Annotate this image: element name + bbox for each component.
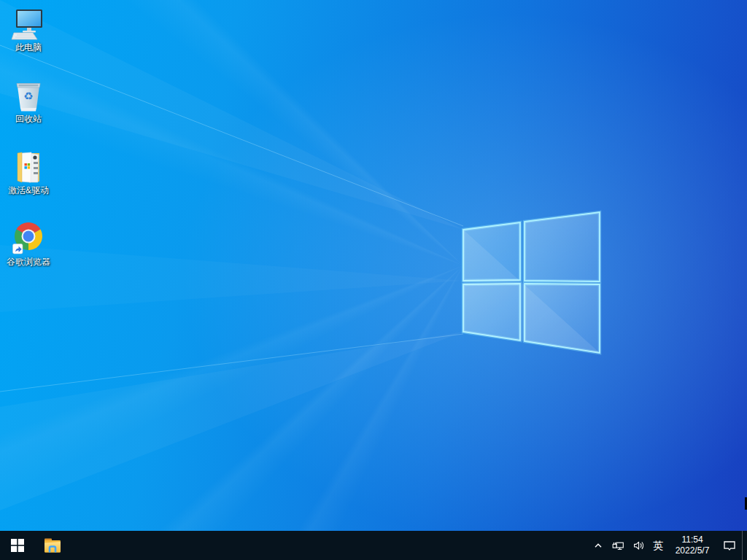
chrome-icon xyxy=(11,220,46,255)
wallpaper-rays xyxy=(0,0,463,510)
icon-label-google-chrome: 谷歌浏览器 xyxy=(0,257,57,267)
desktop-icon-activation-drivers[interactable]: 激活&驱动 xyxy=(0,149,57,195)
file-explorer-icon xyxy=(43,537,62,554)
system-tray: 英 11:54 2022/5/7 xyxy=(589,531,747,560)
shortcut-arrow-badge xyxy=(13,244,23,254)
network-status-button[interactable] xyxy=(608,531,628,560)
speaker-volume-icon xyxy=(632,540,645,552)
network-ethernet-icon xyxy=(612,540,624,552)
wallpaper-windows-logo xyxy=(0,0,747,531)
recycle-symbol: ♻ xyxy=(23,90,33,103)
folder-open-icon xyxy=(11,149,46,184)
taskbar: 英 11:54 2022/5/7 xyxy=(0,531,747,560)
show-desktop-button[interactable] xyxy=(743,531,747,560)
desktop-icon-this-pc[interactable]: 此电脑 xyxy=(0,6,57,52)
action-center-button[interactable] xyxy=(717,531,742,560)
windows-start-icon xyxy=(11,539,24,552)
desktop-background[interactable]: 此电脑 ♻ 回收站 xyxy=(0,0,747,531)
action-center-icon xyxy=(723,540,736,552)
icon-label-this-pc: 此电脑 xyxy=(0,42,57,52)
clock-time: 11:54 xyxy=(681,534,703,545)
file-explorer-button[interactable] xyxy=(35,531,70,560)
start-button[interactable] xyxy=(0,531,35,560)
this-pc-icon xyxy=(11,6,46,41)
desktop-icon-google-chrome[interactable]: 谷歌浏览器 xyxy=(0,220,57,267)
desktop-icon-recycle-bin[interactable]: ♻ 回收站 xyxy=(0,77,57,124)
chevron-up-icon xyxy=(592,540,604,551)
volume-button[interactable] xyxy=(628,531,649,560)
recycle-bin-icon: ♻ xyxy=(11,77,46,112)
clock[interactable]: 11:54 2022/5/7 xyxy=(667,531,717,560)
ime-language-indicator[interactable]: 英 xyxy=(649,531,667,560)
icon-label-activation-drivers: 激活&驱动 xyxy=(0,185,57,195)
icon-label-recycle-bin: 回收站 xyxy=(0,114,57,124)
tray-overflow-button[interactable] xyxy=(589,531,608,560)
clock-date: 2022/5/7 xyxy=(676,545,710,556)
